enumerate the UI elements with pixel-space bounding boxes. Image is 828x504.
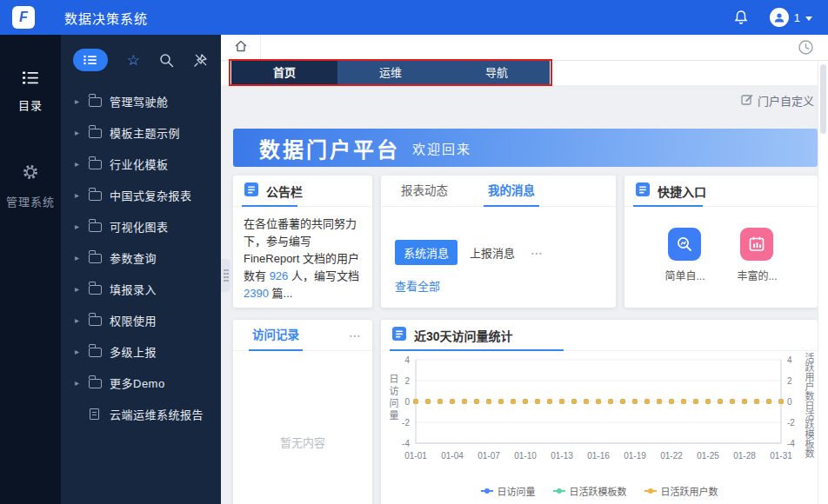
tab-ops[interactable]: 运维: [337, 61, 444, 85]
tree-item[interactable]: ▸管理驾驶舱: [61, 85, 221, 116]
shortcuts-title: 快捷入口: [658, 182, 706, 200]
caret-right-icon: ▸: [75, 159, 89, 169]
caret-right-icon: ▸: [75, 347, 89, 356]
tab-nav[interactable]: 导航: [444, 61, 550, 85]
tree-item[interactable]: ▸模板主题示例: [61, 116, 221, 148]
svg-text:0: 0: [787, 397, 792, 407]
folder-icon: [89, 379, 102, 388]
tree-item[interactable]: ▸参数查询: [61, 242, 221, 273]
tree-item-label: 多级上报: [110, 343, 157, 360]
more-icon[interactable]: ⋯: [349, 328, 362, 342]
folder-icon: [89, 160, 102, 169]
search-icon[interactable]: [159, 53, 174, 68]
visits-chart-svg: 442200-2-2-4-401-0101-0401-0701-1001-130…: [381, 353, 818, 468]
legend-item[interactable]: 日活跃用户数: [644, 484, 718, 498]
tree-item[interactable]: ▸中国式复杂报表: [61, 179, 221, 210]
folder-icon: [89, 348, 102, 357]
notification-bell-icon[interactable]: [733, 10, 749, 25]
calendar-chart-icon: [740, 228, 773, 261]
sidebar-collapse-handle[interactable]: [221, 259, 230, 292]
unpin-icon[interactable]: [193, 52, 209, 68]
tree-item[interactable]: ▸权限使用: [61, 304, 221, 335]
rail-item-admin[interactable]: 管理系统: [6, 163, 55, 209]
tree-item[interactable]: ▸行业化模板: [61, 148, 221, 179]
tab-bar: 首页 运维 导航: [231, 61, 550, 85]
announcement-card: 公告栏 在各位番薯的共同努力下，参与编写 FineReport 文档的用户数有 …: [233, 176, 372, 308]
folder-icon: [89, 222, 102, 232]
svg-text:2: 2: [404, 376, 410, 386]
legend-item[interactable]: 日访问量: [481, 484, 536, 498]
portal-customize-button[interactable]: 门户自定义: [741, 92, 814, 109]
announcement-text-part: 篇...: [269, 287, 292, 300]
legend-item[interactable]: 日活跃模板数: [553, 484, 627, 498]
announcement-title: 公告栏: [266, 182, 303, 200]
chevron-down-icon: [805, 17, 812, 21]
app-logo: F: [12, 6, 35, 29]
view-all-link[interactable]: 查看全部: [395, 277, 440, 294]
tree-item[interactable]: ▸多级上报: [61, 335, 221, 367]
banner-title: 数据门户平台: [259, 133, 400, 163]
shortcut-item-rich[interactable]: 丰富的...: [737, 228, 777, 282]
y-axis-label-right: 活跃用户数日活跃模板数: [802, 353, 816, 458]
left-rail: 目录 管理系统: [0, 35, 61, 504]
shortcut-label: 简单自...: [664, 268, 704, 282]
shortcut-item-simple[interactable]: 简单自...: [664, 228, 704, 282]
tree-item-label: 管理驾驶舱: [110, 93, 169, 109]
home-icon: [234, 39, 248, 56]
svg-text:4: 4: [404, 355, 410, 365]
folder-icon: [89, 97, 102, 107]
sidebar-tree: ▸管理驾驶舱▸模板主题示例▸行业化模板▸中国式复杂报表▸可视化图表▸参数查询▸填…: [61, 85, 221, 429]
tab-home[interactable]: 首页: [231, 61, 337, 85]
messages-body: 系统消息 上报消息 ⋯ 查看全部: [381, 207, 616, 294]
home-tab[interactable]: [221, 35, 261, 60]
rail-item-label: 管理系统: [6, 193, 55, 209]
scrollbar-track[interactable]: [818, 61, 828, 504]
report-message-button[interactable]: 上报消息: [470, 244, 515, 261]
svg-text:01-25: 01-25: [697, 451, 719, 461]
tree-item[interactable]: ▸更多Demo: [61, 367, 221, 398]
svg-text:2: 2: [787, 376, 792, 386]
tree-item[interactable]: ▸填报录入: [61, 273, 221, 304]
tree-item-label: 行业化模板: [110, 156, 169, 172]
user-menu[interactable]: 1: [770, 8, 812, 27]
catalog-icon: [23, 71, 38, 88]
caret-right-icon: ▸: [75, 222, 89, 231]
avatar: [770, 8, 789, 27]
rail-item-catalog[interactable]: 目录: [18, 71, 43, 113]
file-icon: [90, 408, 99, 420]
announcement-number: 926: [270, 269, 289, 282]
directory-sidebar: ☆ ▸管理驾驶舱▸模板主题示例▸行业化模板▸中国式复杂报表▸可视化图表▸参数查询…: [61, 35, 221, 504]
folder-icon: [89, 254, 102, 263]
tree-item[interactable]: 云端运维系统报告: [61, 398, 221, 429]
tree-item-label: 权限使用: [110, 312, 157, 328]
tree-item-label: 模板主题示例: [110, 124, 180, 141]
announcement-text: 在各位番薯的共同努力下，参与编写 FineReport 文档的用户数有 926 …: [233, 207, 372, 308]
messages-card-header: 报表动态 我的消息: [381, 176, 616, 207]
svg-text:01-28: 01-28: [733, 451, 756, 461]
caret-right-icon: ▸: [75, 96, 89, 106]
tree-item-label: 填报录入: [110, 281, 157, 297]
tab-report-activity[interactable]: 报表动态: [381, 176, 468, 206]
caret-right-icon: ▸: [75, 253, 89, 262]
portal-content: 门户自定义 数据门户平台 欢迎回来 公告栏 在各位番薯的共同努力下，参与编写 F…: [221, 85, 828, 504]
chart-card-title: 近30天访问量统计: [414, 327, 513, 344]
tab-my-messages[interactable]: 我的消息: [468, 176, 555, 206]
favorites-star-icon[interactable]: ☆: [127, 53, 140, 68]
tab-visit-record[interactable]: 访问记录: [249, 320, 303, 350]
visits-chart-card: 近30天访问量统计 日访问量 442200-2-2-4-401-0101-040…: [381, 320, 818, 504]
document-icon: [391, 326, 407, 345]
scrollbar-thumb[interactable]: [820, 64, 826, 134]
caret-right-icon: ▸: [75, 378, 89, 388]
announcement-card-header: 公告栏: [233, 176, 372, 207]
directory-pill-button[interactable]: [73, 49, 108, 71]
system-message-button[interactable]: 系统消息: [395, 240, 457, 265]
document-icon: [244, 182, 259, 201]
tree-item[interactable]: ▸可视化图表: [61, 210, 221, 242]
chart-legend: 日访问量日活跃模板数日活跃用户数: [381, 480, 818, 498]
banner-subtitle: 欢迎回来: [412, 139, 471, 157]
more-icon[interactable]: ⋯: [531, 246, 544, 260]
gear-icon: [22, 163, 39, 184]
magnifier-chart-icon: [668, 228, 701, 261]
history-icon[interactable]: [798, 39, 814, 56]
logo-glyph: F: [19, 10, 28, 25]
